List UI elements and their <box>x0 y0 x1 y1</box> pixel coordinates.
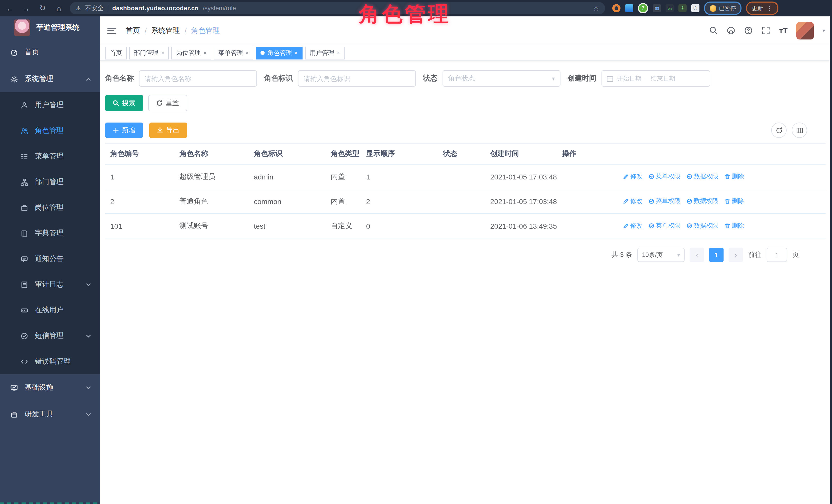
active-dot <box>261 51 265 55</box>
sidebar-item-sms[interactable]: 短信管理 <box>0 323 100 349</box>
sidebar-item-infrastructure[interactable]: 基础设施 <box>0 374 100 401</box>
tab-home[interactable]: 首页 <box>105 46 127 59</box>
page-number-current[interactable]: 1 <box>709 248 724 262</box>
sidebar-item-dict[interactable]: 字典管理 <box>0 220 100 246</box>
sidebar-item-system[interactable]: 系统管理 <box>0 65 100 92</box>
goto-page-input[interactable] <box>766 248 787 262</box>
close-icon[interactable]: × <box>161 50 164 56</box>
tab-roles[interactable]: 角色管理× <box>256 46 303 59</box>
export-button[interactable]: 导出 <box>149 123 187 138</box>
breadcrumb-home[interactable]: 首页 <box>126 26 140 35</box>
data-permission-link[interactable]: 数据权限 <box>686 197 719 206</box>
bookmark-star-icon[interactable]: ☆ <box>593 4 599 12</box>
home-icon[interactable]: ⌂ <box>53 4 64 12</box>
refresh-table-button[interactable] <box>771 123 787 138</box>
filter-bar: 角色名称 角色标识 状态 角色状态 ▾ <box>105 70 826 87</box>
extension-icon[interactable]: on <box>666 4 674 12</box>
next-page-button[interactable]: › <box>729 248 743 262</box>
column-settings-button[interactable] <box>792 123 807 138</box>
sidebar-item-notice[interactable]: 通知公告 <box>0 246 100 272</box>
data-permission-link[interactable]: 数据权限 <box>686 221 719 230</box>
sidebar-item-home[interactable]: 首页 <box>0 39 100 65</box>
sidebar-item-online-users[interactable]: 在线用户 <box>0 297 100 323</box>
menu-permission-link[interactable]: 菜单权限 <box>649 172 680 181</box>
sidebar: 芋道管理系统 首页 系统管理 用户管理 角色管理 <box>0 17 100 504</box>
address-bar[interactable]: ⚠ 不安全 dashboard.yudao.iocoder.cn /system… <box>70 2 605 15</box>
back-icon[interactable]: ← <box>4 4 16 12</box>
browser-menu-dots-icon[interactable]: ⋮ <box>766 5 773 12</box>
role-code: common <box>249 197 326 205</box>
filter-role-name: 角色名称 <box>105 70 257 87</box>
edit-icon <box>623 223 629 229</box>
tab-posts[interactable]: 岗位管理× <box>172 46 211 59</box>
sidebar-item-roles[interactable]: 角色管理 <box>0 118 100 143</box>
page-size-select[interactable]: 10条/页 ▾ <box>638 248 684 262</box>
update-button[interactable]: 更新 ⋮ <box>746 2 778 15</box>
not-secure-label: 不安全 <box>85 4 104 12</box>
paused-badge[interactable]: 已暂停 <box>704 2 742 15</box>
delete-link[interactable]: 删除 <box>725 221 744 230</box>
end-date-placeholder: 结束日期 <box>651 74 675 83</box>
close-icon[interactable]: × <box>245 50 249 56</box>
role-name-input[interactable] <box>139 70 257 87</box>
extension-icon[interactable]: ▦ <box>653 4 661 12</box>
tab-users[interactable]: 用户管理× <box>305 46 345 59</box>
forward-icon[interactable]: → <box>21 4 32 12</box>
breadcrumb-system[interactable]: 系统管理 <box>151 26 180 35</box>
sidebar-item-users[interactable]: 用户管理 <box>0 92 100 118</box>
menu-permission-link[interactable]: 菜单权限 <box>649 197 680 206</box>
reload-icon[interactable]: ↻ <box>37 4 48 13</box>
sidebar-item-error-code[interactable]: 错误码管理 <box>0 349 100 374</box>
chevron-down-icon <box>86 282 91 287</box>
search-icon[interactable] <box>709 26 718 35</box>
chevron-down-icon <box>86 385 91 390</box>
font-size-icon[interactable]: ᴛT <box>779 26 788 35</box>
extension-icon[interactable] <box>625 4 633 12</box>
system-submenu: 用户管理 角色管理 菜单管理 部门管理 岗位管理 <box>0 92 100 374</box>
tab-menus[interactable]: 菜单管理× <box>214 46 254 59</box>
add-button[interactable]: 新增 <box>105 123 143 138</box>
sidebar-item-posts[interactable]: 岗位管理 <box>0 195 100 220</box>
date-range-picker[interactable]: 开始日期 - 结束日期 <box>601 70 710 87</box>
extension-icon[interactable]: 7 <box>638 3 648 13</box>
fullscreen-icon[interactable] <box>762 26 771 35</box>
role-code-input[interactable] <box>298 70 416 87</box>
edit-link[interactable]: 修改 <box>623 172 643 181</box>
search-actions: 搜索 重置 <box>105 95 826 111</box>
role-id: 101 <box>105 222 174 230</box>
sidebar-item-audit-log[interactable]: 审计日志 <box>0 272 100 297</box>
circle-check-icon <box>21 332 28 340</box>
gear-icon <box>10 75 18 83</box>
extension-icon[interactable]: ⚘ <box>678 4 686 12</box>
delete-link[interactable]: 删除 <box>725 172 744 181</box>
reset-button[interactable]: 重置 <box>148 95 187 111</box>
sidebar-item-departments[interactable]: 部门管理 <box>0 169 100 195</box>
close-icon[interactable]: × <box>337 50 340 56</box>
data-permission-link[interactable]: 数据权限 <box>686 172 719 181</box>
edit-link[interactable]: 修改 <box>623 197 643 206</box>
extensions-puzzle-icon[interactable]: ⬡ <box>691 4 699 12</box>
user-avatar[interactable] <box>796 22 814 39</box>
sidebar-item-menus[interactable]: 菜单管理 <box>0 143 100 169</box>
close-icon[interactable]: × <box>294 50 298 56</box>
role-type: 内置 <box>326 196 361 206</box>
calendar-icon <box>607 75 613 82</box>
avatar-caret-icon[interactable]: ▾ <box>823 28 825 33</box>
search-button[interactable]: 搜索 <box>105 95 143 111</box>
sidebar-item-dev-tools[interactable]: 研发工具 <box>0 401 100 428</box>
tab-departments[interactable]: 部门管理× <box>129 46 169 59</box>
menu-permission-link[interactable]: 菜单权限 <box>649 221 680 230</box>
prev-page-button[interactable]: ‹ <box>690 248 704 262</box>
row-actions: 修改 菜单权限 数据权限 删除 <box>557 172 826 181</box>
edit-link[interactable]: 修改 <box>623 221 643 230</box>
users-group-icon <box>21 127 28 135</box>
github-icon[interactable] <box>727 26 735 35</box>
status-select[interactable]: 角色状态 ▾ <box>443 70 561 87</box>
help-icon[interactable] <box>744 26 753 35</box>
briefcase-icon <box>21 204 28 212</box>
close-icon[interactable]: × <box>203 50 207 56</box>
app-logo-row[interactable]: 芋道管理系统 <box>0 17 100 39</box>
hamburger-icon[interactable] <box>107 27 116 34</box>
delete-link[interactable]: 删除 <box>725 197 744 206</box>
extension-icon[interactable] <box>612 4 621 12</box>
